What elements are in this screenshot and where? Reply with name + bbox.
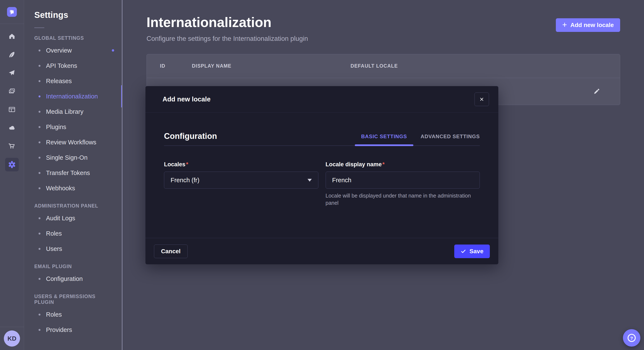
modal-body: Configuration BASIC SETTINGS ADVANCED SE… xyxy=(146,113,498,206)
bullet-icon xyxy=(38,111,40,113)
tab-label: ADVANCED SETTINGS xyxy=(420,134,480,139)
sidebar-item-audit-logs[interactable]: Audit Logs xyxy=(24,210,122,226)
sidebar-item-releases[interactable]: Releases xyxy=(24,73,122,89)
sidebar-item-api-tokens[interactable]: API Tokens xyxy=(24,58,122,73)
settings-gear-icon[interactable] xyxy=(5,158,19,172)
sidebar-item-label: Single Sign-On xyxy=(46,154,88,161)
section-email-plugin: EMAIL PLUGIN Configuration xyxy=(24,264,122,286)
section-users-permissions-plugin: USERS & PERMISSIONS PLUGIN Roles Provide… xyxy=(24,294,122,338)
tab-label: BASIC SETTINGS xyxy=(361,134,407,139)
workspace-logo-section xyxy=(0,0,24,24)
sidebar-item-plugins[interactable]: Plugins xyxy=(24,119,122,135)
bullet-icon xyxy=(38,329,40,331)
sidebar-item-transfer-tokens[interactable]: Transfer Tokens xyxy=(24,165,122,180)
help-button[interactable]: ? xyxy=(623,329,640,347)
strapi-logo-icon xyxy=(7,7,17,17)
add-button-label: Add new locale xyxy=(570,22,614,28)
bullet-icon xyxy=(38,187,40,189)
chevron-down-icon xyxy=(308,179,312,181)
required-marker: * xyxy=(186,161,188,168)
table-header-row: ID DISPLAY NAME DEFAULT LOCALE xyxy=(147,54,620,78)
section-label: ADMINISTRATION PANEL xyxy=(34,203,112,209)
active-tab-underline xyxy=(355,144,413,146)
home-icon[interactable] xyxy=(8,33,16,40)
save-button[interactable]: Save xyxy=(454,245,490,258)
avatar[interactable]: KD xyxy=(4,331,20,347)
sidebar-item-label: Overview xyxy=(46,47,72,54)
sidebar-item-admin-roles[interactable]: Roles xyxy=(24,226,122,241)
add-new-locale-button[interactable]: + Add new locale xyxy=(556,18,620,32)
page-title: Internationalization xyxy=(146,15,308,30)
bullet-icon xyxy=(38,172,40,174)
sidebar-item-label: Media Library xyxy=(46,108,84,115)
sidebar-title: Settings xyxy=(34,10,122,20)
bullet-icon xyxy=(38,65,40,67)
bullet-icon xyxy=(38,314,40,316)
layout-icon[interactable] xyxy=(8,106,16,114)
bullet-icon xyxy=(38,217,40,219)
bullet-icon xyxy=(38,141,40,143)
locales-field-group: Locales* French (fr) xyxy=(164,161,318,206)
sidebar-item-internationalization[interactable]: Internationalization xyxy=(24,89,122,104)
sidebar-item-label: Users xyxy=(46,245,62,252)
cart-icon[interactable] xyxy=(8,143,16,150)
sidebar-item-label: Webhooks xyxy=(46,185,75,192)
check-icon xyxy=(461,249,466,254)
required-marker: * xyxy=(382,161,385,168)
cancel-button[interactable]: Cancel xyxy=(154,245,188,258)
locales-label: Locales* xyxy=(164,161,318,168)
rail-footer: KD xyxy=(0,327,24,350)
sidebar-item-label: Plugins xyxy=(46,124,66,131)
locales-select[interactable]: French (fr) xyxy=(164,172,318,189)
close-modal-button[interactable] xyxy=(474,93,489,106)
edit-locale-button[interactable] xyxy=(592,87,601,96)
sidebar-item-label: Providers xyxy=(46,326,72,334)
feather-icon[interactable] xyxy=(8,51,16,59)
sidebar-item-providers[interactable]: Providers xyxy=(24,322,122,338)
modal-header: Add new locale xyxy=(146,86,498,113)
sidebar-item-users[interactable]: Users xyxy=(24,241,122,256)
locale-form: Locales* French (fr) Locale display name… xyxy=(164,161,480,206)
paper-plane-icon[interactable] xyxy=(8,69,16,77)
strapi-logo[interactable] xyxy=(7,7,17,17)
display-name-field-group: Locale display name* Locale will be disp… xyxy=(326,161,480,206)
tab-basic-settings[interactable]: BASIC SETTINGS xyxy=(361,134,407,146)
bullet-icon xyxy=(38,95,40,97)
question-mark-icon: ? xyxy=(627,333,636,343)
sidebar-item-email-configuration[interactable]: Configuration xyxy=(24,271,122,286)
notification-dot xyxy=(112,49,114,52)
sidebar-item-label: Releases xyxy=(46,78,72,85)
column-header-default-locale: DEFAULT LOCALE xyxy=(350,63,620,69)
pencil-icon xyxy=(593,88,600,95)
display-name-input[interactable] xyxy=(326,172,480,189)
section-label: EMAIL PLUGIN xyxy=(34,264,112,269)
cloud-icon[interactable] xyxy=(8,124,16,132)
media-library-icon[interactable] xyxy=(8,88,16,95)
sidebar-item-review-workflows[interactable]: Review Workflows xyxy=(24,135,122,150)
sidebar-item-label: API Tokens xyxy=(46,62,77,69)
sidebar-item-label: Roles xyxy=(46,230,62,237)
configuration-title: Configuration xyxy=(164,132,217,146)
modal-footer: Cancel Save xyxy=(146,238,498,264)
display-name-hint: Locale will be displayed under that name… xyxy=(326,192,475,206)
bullet-icon xyxy=(38,126,40,128)
sidebar-item-up-roles[interactable]: Roles xyxy=(24,307,122,322)
tab-advanced-settings[interactable]: ADVANCED SETTINGS xyxy=(420,134,480,146)
modal-title: Add new locale xyxy=(162,95,210,103)
icon-rail: KD xyxy=(0,0,24,350)
bullet-icon xyxy=(38,80,40,82)
sidebar-item-overview[interactable]: Overview xyxy=(24,43,122,58)
tab-list: BASIC SETTINGS ADVANCED SETTINGS xyxy=(361,134,480,146)
settings-sidebar: Settings GLOBAL SETTINGS Overview API To… xyxy=(24,0,122,350)
configuration-row: Configuration BASIC SETTINGS ADVANCED SE… xyxy=(164,113,480,146)
tab-divider xyxy=(164,146,480,146)
sidebar-item-label: Roles xyxy=(46,311,62,318)
sidebar-item-single-sign-on[interactable]: Single Sign-On xyxy=(24,150,122,165)
section-label: USERS & PERMISSIONS PLUGIN xyxy=(34,294,112,305)
section-label: GLOBAL SETTINGS xyxy=(34,35,112,41)
sidebar-item-label: Audit Logs xyxy=(46,215,75,222)
bullet-icon xyxy=(38,157,40,159)
title-divider xyxy=(34,27,44,28)
sidebar-item-webhooks[interactable]: Webhooks xyxy=(24,180,122,196)
sidebar-item-media-library[interactable]: Media Library xyxy=(24,104,122,119)
